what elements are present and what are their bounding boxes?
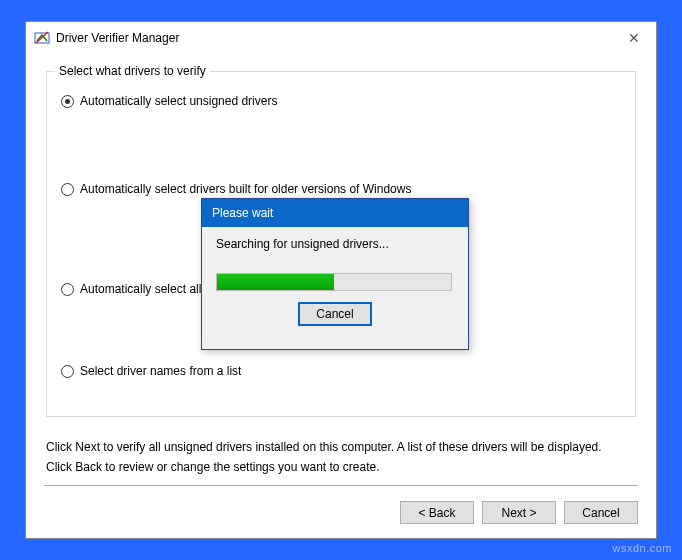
please-wait-dialog: Please wait Searching for unsigned drive… bbox=[201, 198, 469, 350]
footer-separator bbox=[44, 485, 638, 486]
radio-icon bbox=[61, 183, 74, 196]
radio-icon bbox=[61, 283, 74, 296]
radio-label: Automatically select drivers built for o… bbox=[80, 182, 411, 196]
radio-icon bbox=[61, 95, 74, 108]
dialog-titlebar: Please wait bbox=[202, 199, 468, 227]
cancel-button[interactable]: Cancel bbox=[564, 501, 638, 524]
hint-text: Click Next to verify all unsigned driver… bbox=[46, 437, 636, 477]
watermark: wsxdn.com bbox=[612, 542, 672, 554]
dialog-cancel-button[interactable]: Cancel bbox=[299, 303, 371, 325]
next-button[interactable]: Next > bbox=[482, 501, 556, 524]
radio-label: Automatically select unsigned drivers bbox=[80, 94, 277, 108]
dialog-button-row: Cancel bbox=[216, 303, 454, 325]
back-button[interactable]: < Back bbox=[400, 501, 474, 524]
radio-label: Select driver names from a list bbox=[80, 364, 241, 378]
radio-older-windows[interactable]: Automatically select drivers built for o… bbox=[61, 182, 621, 196]
radio-icon bbox=[61, 365, 74, 378]
progress-bar bbox=[216, 273, 452, 291]
dialog-message: Searching for unsigned drivers... bbox=[216, 237, 454, 251]
app-icon bbox=[34, 30, 50, 46]
radio-unsigned[interactable]: Automatically select unsigned drivers bbox=[61, 94, 621, 108]
hint-line: Click Next to verify all unsigned driver… bbox=[46, 437, 636, 457]
titlebar: Driver Verifier Manager ✕ bbox=[26, 22, 656, 53]
footer-buttons: < Back Next > Cancel bbox=[400, 501, 638, 524]
window-title: Driver Verifier Manager bbox=[56, 31, 179, 45]
close-button[interactable]: ✕ bbox=[611, 22, 656, 53]
hint-line: Click Back to review or change the setti… bbox=[46, 457, 636, 477]
close-icon: ✕ bbox=[628, 30, 640, 46]
groupbox-title: Select what drivers to verify bbox=[55, 64, 210, 78]
dialog-title: Please wait bbox=[212, 206, 273, 220]
progress-fill bbox=[217, 274, 334, 290]
radio-from-list[interactable]: Select driver names from a list bbox=[61, 364, 621, 378]
dialog-body: Searching for unsigned drivers... Cancel bbox=[202, 227, 468, 335]
